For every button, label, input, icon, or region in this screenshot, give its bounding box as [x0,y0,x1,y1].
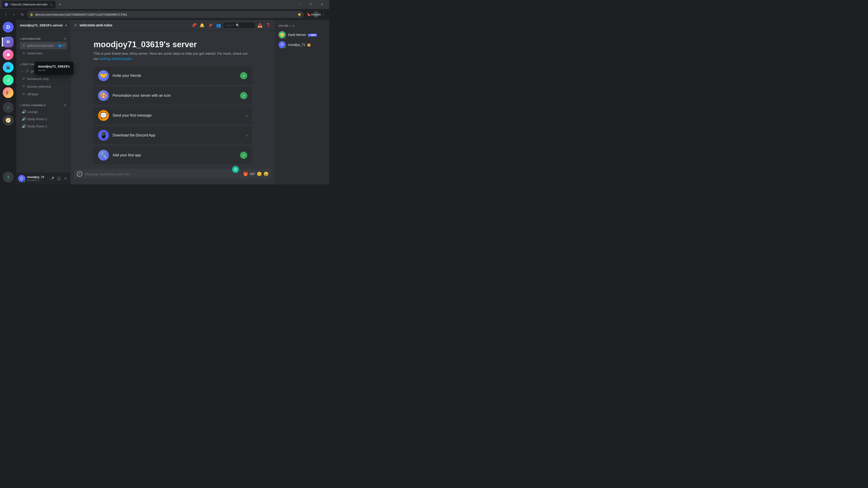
help-button[interactable]: ❓ [265,22,271,29]
category-label-voice: VOICE CHANNELS [22,104,62,107]
search-bar[interactable]: Search 🔍 [223,23,255,28]
channel-name-off-topic: off-topic [27,92,65,96]
welcome-description: This is your brand new, shiny server. He… [94,51,252,61]
discord-home-button[interactable]: D [3,22,13,33]
grammarly-icon[interactable]: G [231,165,240,173]
server-icon-wrap-3: 🌃 [3,62,13,73]
close-button[interactable]: ✕ [317,1,327,8]
server-divider [4,34,12,35]
user-name: moodjoy_71 [27,175,47,179]
member-status-online [284,36,286,39]
user-info: moodjoy_71 moodjoy_0... [27,175,47,182]
channel-item-off-topic[interactable]: # off-topic [20,90,67,98]
message-input[interactable]: Message #welcome-and-rules [85,172,241,176]
pinned-messages-button[interactable]: 📌 [207,22,213,29]
restore-button[interactable]: ❐ [306,1,316,8]
back-button[interactable]: ‹ [3,11,9,18]
category-header-information[interactable]: ▾ INFORMATION + [18,36,69,41]
invite-friends-label: Invite your friends [113,74,237,78]
mute-button[interactable]: 🎤 [49,175,55,182]
add-server-button[interactable]: + [3,102,13,113]
explore-servers-button[interactable]: 🧭 [3,115,13,126]
address-bar[interactable]: 🔒 discord.com/channels/11827258094007132… [27,11,304,18]
channel-header-name: welcome-and-rules [80,23,112,27]
reload-button[interactable]: ↻ [19,11,25,18]
checklist-download-app[interactable]: 📱 Download the Discord App › [94,126,252,144]
category-header-voice[interactable]: ▾ VOICE CHANNELS + [18,103,69,108]
settings-icon: ⚙ [62,44,65,47]
forward-button[interactable]: › [11,11,17,18]
channel-item-study-room-1[interactable]: 🔊 Study Room 1 [20,116,67,123]
channel-item-homework[interactable]: # homework-help [20,75,67,83]
download-button[interactable]: ⬇ [3,172,13,183]
server-icon-wrap-4: 🏕 [3,74,13,86]
user-settings-button[interactable]: ⚙ [62,175,69,182]
new-tab-button[interactable]: + [57,1,63,8]
getting-started-link[interactable]: Getting Started guide [99,57,131,61]
hash-icon: # [22,76,26,81]
channel-name-lounge: Lounge [27,110,65,113]
add-channel-information[interactable]: + [63,37,67,41]
checklist-add-app[interactable]: 🔧 Add your first app ✓ [94,146,252,164]
channel-item-lounge[interactable]: 🔊 Lounge [20,108,67,115]
manage-icon: 👥 [58,44,61,47]
invite-friends-icon: 🤝 [98,70,109,81]
speaker-icon: 🔊 [22,109,26,114]
channel-name-session: session-planning [27,85,65,88]
nav-actions: 🔖 Incognito ⋮ [306,11,327,18]
server-icon-1[interactable]: M [3,37,13,47]
sticker-icon[interactable]: 😊 [257,171,262,176]
hash-icon: # [22,43,26,48]
checklist-invite-friends[interactable]: 🤝 Invite your friends ✓ [94,67,252,85]
chevron-down-icon: ▾ [20,63,21,66]
category-information: ▾ INFORMATION + # welcome-and-rules 👥 ⚙ … [16,33,70,58]
chevron-down-icon: ▾ [65,24,67,27]
member-item-moodjoy[interactable]: D moodjoy_71 👑 [277,40,327,50]
profile-button[interactable]: Incognito [313,11,319,18]
send-message-arrow-icon: › [246,113,247,118]
gif-button[interactable]: GIF [250,172,255,175]
member-item-dank-memer[interactable]: 🪙 Dank Memer ✓ BOT [277,30,327,40]
menu-button[interactable]: ⋮ [320,11,327,18]
online-count: — [289,24,293,27]
deafen-button[interactable]: 🎧 [56,175,62,182]
message-add-button[interactable]: + [77,171,82,177]
tab-favicon: D [4,3,8,6]
hash-icon: # [22,84,26,89]
add-app-icon: 🔧 [98,150,109,161]
tab-close-button[interactable]: ✕ [49,3,53,6]
server-header[interactable]: moodjoy71_03619's server ▾ [16,20,70,31]
server-icon-4[interactable]: 🏕 [3,74,13,86]
emoji-icon[interactable]: 😀 [264,171,269,176]
user-controls: 🎤 🎧 ⚙ [49,175,69,182]
notification-bell[interactable]: 🔔 [199,22,205,29]
browser-nav: ‹ › ↻ 🔒 discord.com/channels/11827258094… [0,9,329,20]
channel-header: # welcome-and-rules 📌 🔔 📌 👥 Search 🔍 📥 ❓ [70,20,275,31]
pin-button[interactable]: 📌 [191,22,197,29]
channel-item-name-here[interactable]: # name-here [20,50,67,57]
member-avatar-dank-memer: 🪙 [278,31,286,38]
server-name: moodjoy71_03619's server [20,23,64,27]
server-icon-3[interactable]: 🌃 [3,62,13,73]
channel-item-study-room-2[interactable]: 🔊 Study Room 2 [20,123,67,130]
server-welcome: moodjoy71_03619's server This is your br… [94,40,252,164]
minimize-button[interactable]: ─ [294,1,305,8]
channel-item-welcome-and-rules[interactable]: # welcome-and-rules 👥 ⚙ [20,42,67,49]
member-name-dank-memer: Dank Memer ✓ BOT [288,33,317,37]
inbox-button[interactable]: 📥 [257,22,263,29]
member-name-wrap: Dank Memer ✓ BOT [288,33,326,37]
checklist-personalize[interactable]: 🎨 Personalize your server with an icon ✓ [94,87,252,105]
channel-icons: 👥 ⚙ [58,44,65,47]
members-button[interactable]: 👥 [215,22,221,29]
add-app-check: ✓ [240,152,247,159]
gift-icon[interactable]: 🎁 [243,171,248,176]
add-channel-voice[interactable]: + [63,103,67,107]
hash-icon: # [25,69,29,73]
search-placeholder: Search [225,24,235,27]
checklist-send-message[interactable]: 💬 Send your first message › [94,106,252,125]
active-tab[interactable]: D • Discord | #welcome-and-rules ✕ [2,1,56,8]
server-icon-2[interactable]: 🏔 [3,49,13,60]
channel-item-session[interactable]: # session-planning [20,83,67,90]
server-icon-5[interactable]: 🧗 [3,87,13,98]
server-tooltip: moodjoy71_03619's server [34,62,73,74]
